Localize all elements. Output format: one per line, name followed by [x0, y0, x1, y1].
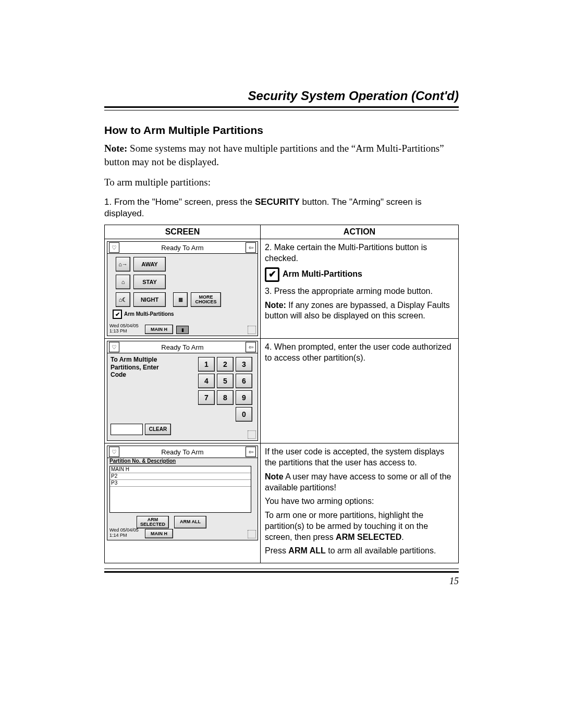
checkmark-icon: ✔	[265, 267, 279, 282]
heart-icon: ♡	[109, 242, 119, 253]
lead-in: To arm multiple partitions:	[104, 176, 459, 189]
note-body: Some systems may not have multiple parti…	[104, 143, 444, 167]
list-item[interactable]: P2	[110, 473, 251, 480]
house-away-icon: ⌂→	[116, 257, 130, 272]
clear-button[interactable]: CLEAR	[145, 424, 171, 435]
back-icon: ⇦	[246, 447, 256, 457]
action-accepted: If the user code is accepted, the system…	[265, 447, 454, 468]
action-options-intro: You have two arming options:	[265, 496, 454, 507]
screen-mock-partitions: ♡ Ready To Arm ⇦ Partition No. & Descrip…	[107, 446, 258, 540]
arm-all-button[interactable]: ARM ALL	[174, 516, 206, 528]
stay-button[interactable]: STAY	[133, 275, 166, 289]
arm-selected-button[interactable]: ARM SELECTED	[137, 516, 169, 528]
back-icon: ⇦	[246, 342, 256, 352]
step1-bold: SECURITY	[255, 197, 300, 207]
numeric-keypad: 1 2 3 4 5 6 7 8 9	[198, 357, 252, 424]
action-note-access: Note A user may have access to some or a…	[265, 472, 454, 493]
main-h-button[interactable]: MAIN H	[145, 529, 173, 538]
screen-mock-keypad: ♡ Ready To Arm ⇦ To Arm Multiple Partiti…	[107, 341, 258, 441]
partition-list-header: Partition No. & Description	[109, 459, 176, 464]
key-2[interactable]: 2	[217, 357, 234, 372]
col-header-screen: SCREEN	[105, 225, 261, 239]
key-1[interactable]: 1	[198, 357, 215, 372]
table-row: ♡ Ready To Arm ⇦ To Arm Multiple Partiti…	[105, 339, 459, 443]
resize-grip-icon	[248, 530, 256, 538]
more-choices-button[interactable]: MORE CHOICES	[191, 292, 221, 307]
house-stay-icon: ⌂	[116, 275, 130, 289]
key-5[interactable]: 5	[217, 374, 234, 388]
arm-multi-checkbox[interactable]: ✔	[113, 310, 122, 319]
house-night-icon: ⌂☾	[116, 292, 130, 307]
heart-icon: ♡	[109, 342, 119, 352]
key-0[interactable]: 0	[236, 407, 252, 422]
resize-grip-icon	[248, 430, 256, 439]
key-4[interactable]: 4	[198, 374, 215, 388]
arm-multi-inline-label: Arm Multi-Partitions	[283, 269, 362, 280]
battery-icon: ▮	[176, 326, 189, 334]
step1-pre: 1. From the "Home" screen, press the	[104, 197, 255, 207]
intro-note: Note: Some systems may not have multiple…	[104, 142, 459, 168]
resize-grip-icon	[248, 326, 256, 334]
screen-title: Ready To Arm	[119, 244, 246, 251]
main-h-button[interactable]: MAIN H	[145, 325, 173, 334]
page-number: 15	[104, 576, 459, 587]
timestamp: Wed 05/04/05 1:14 PM	[109, 528, 139, 538]
arm-multi-label: Arm Multi-Partitions	[124, 312, 174, 317]
key-6[interactable]: 6	[236, 374, 252, 388]
table-row: ♡ Ready To Arm ⇦ ⌂→ AWAY ⌂ STAY ⌂☾ NIG	[105, 239, 459, 339]
action-step-4: 4. When prompted, enter the user code au…	[265, 342, 454, 364]
header-rule	[104, 106, 459, 110]
list-item[interactable]: P3	[110, 480, 251, 487]
key-8[interactable]: 8	[217, 390, 234, 405]
code-prompt: To Arm Multiple Partitions, Enter Code	[111, 356, 168, 378]
action-step-2: 2. Make certain the Multi-Partitions but…	[265, 242, 454, 264]
away-button[interactable]: AWAY	[133, 257, 166, 272]
note-label: Note:	[104, 143, 127, 154]
key-7[interactable]: 7	[198, 390, 215, 405]
arm-multi-inline: ✔ Arm Multi-Partitions	[265, 267, 454, 282]
running-head: Security System Operation (Cont'd)	[104, 89, 459, 106]
action-arm-selected: To arm one or more partitions, highlight…	[265, 510, 454, 542]
action-step-3: 3. Press the appropriate arming mode but…	[265, 286, 454, 297]
instruction-table: SCREEN ACTION ♡ Ready To Arm ⇦ ⌂→ AWAY	[104, 225, 459, 563]
key-3[interactable]: 3	[236, 357, 252, 372]
section-title: How to Arm Multiple Partitions	[104, 124, 459, 137]
back-icon: ⇦	[246, 242, 256, 253]
col-header-action: ACTION	[261, 225, 459, 239]
timestamp: Wed 05/04/05 1:13 PM	[109, 324, 139, 334]
step-1: 1. From the "Home" screen, press the SEC…	[104, 196, 459, 219]
action-arm-all: Press ARM ALL to arm all available parti…	[265, 546, 454, 557]
partition-list[interactable]: MAIN H P2 P3	[109, 466, 251, 513]
table-row: ♡ Ready To Arm ⇦ Partition No. & Descrip…	[105, 443, 459, 563]
footer-rule	[104, 569, 459, 573]
screen-title: Ready To Arm	[119, 344, 246, 351]
action-note: Note: If any zones are bypassed, a Displ…	[265, 300, 454, 322]
screen-title: Ready To Arm	[119, 449, 246, 455]
key-9[interactable]: 9	[236, 390, 252, 405]
heart-icon: ♡	[109, 447, 119, 457]
night-button[interactable]: NIGHT	[133, 292, 166, 307]
list-icon: ≣	[173, 292, 188, 307]
screen-mock-arming: ♡ Ready To Arm ⇦ ⌂→ AWAY ⌂ STAY ⌂☾ NIG	[107, 241, 258, 336]
list-item[interactable]: MAIN H	[110, 466, 251, 473]
code-entry-field[interactable]	[111, 424, 143, 435]
